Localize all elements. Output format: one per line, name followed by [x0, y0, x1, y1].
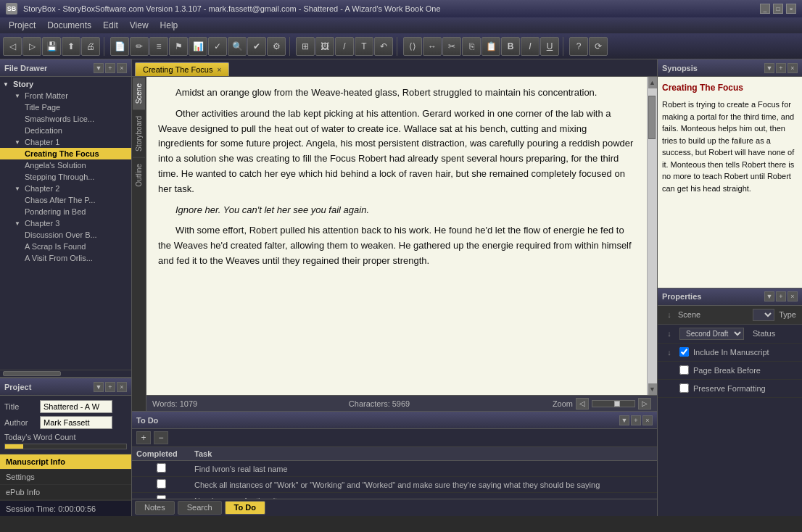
tree-dedication[interactable]: Dedication — [0, 125, 131, 136]
tab-todo[interactable]: To Do — [225, 501, 265, 515]
menu-help[interactable]: Help — [154, 19, 184, 32]
toolbar-flag-btn[interactable]: ⚑ — [169, 37, 188, 56]
side-tab-storyboard[interactable]: Storyboard — [133, 109, 145, 157]
tab-notes[interactable]: Notes — [135, 501, 175, 515]
project-collapse-btn[interactable]: ▼ — [94, 382, 104, 392]
toolbar-doc-btn[interactable]: 📄 — [110, 37, 129, 56]
file-drawer-collapse-btn[interactable]: ▼ — [94, 63, 104, 73]
todo-remove-item-btn[interactable]: − — [154, 431, 168, 444]
tree-angelas-solution[interactable]: Angela's Solution — [0, 159, 131, 171]
toolbar-help-btn[interactable]: ? — [569, 37, 588, 56]
synopsis-content[interactable]: Creating The Focus Robert is trying to c… — [658, 77, 802, 288]
zoom-right-btn[interactable]: ▷ — [638, 398, 651, 410]
toolbar-paste-btn[interactable]: 📋 — [481, 37, 500, 56]
todo-add-btn[interactable]: + — [631, 415, 641, 425]
file-drawer-close-btn[interactable]: × — [117, 63, 127, 73]
toolbar-img-btn[interactable]: 🖼 — [315, 37, 334, 56]
tree-chaos-after[interactable]: Chaos After The P... — [0, 194, 131, 206]
toolbar-undo-btn[interactable]: ↶ — [374, 37, 393, 56]
toolbar-italic-btn[interactable]: I — [521, 37, 540, 56]
toolbar-copy-btn[interactable]: ⎘ — [462, 37, 481, 56]
tree-stepping-through[interactable]: Stepping Through... — [0, 171, 131, 183]
tree-visit[interactable]: A Visit From Orlis... — [0, 252, 131, 264]
scroll-thumb[interactable] — [648, 96, 656, 139]
toolbar-back-btn[interactable]: ◁ — [3, 37, 22, 56]
editor-tab-creating-focus[interactable]: Creating The Focus × — [135, 62, 229, 76]
toolbar-upload-btn[interactable]: ⬆ — [62, 37, 80, 56]
props-status-select[interactable]: Second Draft — [679, 328, 744, 340]
toolbar-tools-btn[interactable]: ⚙ — [267, 37, 286, 56]
todo-add-item-btn[interactable]: + — [136, 431, 151, 444]
zoom-bar[interactable] — [592, 400, 635, 407]
tree-front-matter[interactable]: ▼ Front Matter — [0, 90, 131, 101]
tree-chapter-3[interactable]: ▼ Chapter 3 — [0, 217, 131, 229]
menu-view[interactable]: View — [124, 19, 154, 32]
todo-checkbox-2[interactable] — [157, 479, 166, 489]
tree-chapter-1[interactable]: ▼ Chapter 1 — [0, 136, 131, 148]
todo-collapse-btn[interactable]: ▼ — [619, 415, 629, 425]
tree-discussion[interactable]: Discussion Over B... — [0, 229, 131, 241]
scroll-down-btn[interactable]: ▼ — [648, 383, 657, 395]
tree-smashwords[interactable]: Smashwords Lice... — [0, 113, 131, 125]
synopsis-close-btn[interactable]: × — [787, 63, 798, 73]
toolbar-search-btn[interactable]: 🔍 — [228, 37, 247, 56]
tree-title-page[interactable]: Title Page — [0, 101, 131, 113]
toolbar-check-btn[interactable]: ✓ — [208, 37, 227, 56]
toolbar-line-btn[interactable]: / — [335, 37, 354, 56]
toolbar-chapter-btn[interactable]: ⟨⟩ — [403, 37, 422, 56]
toolbar-list-btn[interactable]: ≡ — [149, 37, 168, 56]
title-input[interactable] — [40, 400, 112, 413]
tab-search[interactable]: Search — [178, 501, 222, 515]
tree-creating-focus[interactable]: Creating The Focus — [0, 148, 131, 159]
author-input[interactable] — [40, 416, 112, 429]
toolbar-underline-btn[interactable]: U — [540, 37, 559, 56]
minimize-button[interactable]: _ — [760, 4, 770, 14]
properties-collapse-btn[interactable]: ▼ — [764, 291, 774, 302]
toolbar-print-btn[interactable]: 🖨 — [81, 37, 100, 56]
toolbar-scene-btn[interactable]: ↔ — [423, 37, 442, 56]
toolbar-grid-btn[interactable]: ⊞ — [296, 37, 315, 56]
menu-edit[interactable]: Edit — [97, 19, 124, 32]
editor-vscroll[interactable]: ▲ ▼ — [647, 77, 657, 395]
file-drawer-add-btn[interactable]: + — [105, 63, 115, 73]
toolbar-pencil-btn[interactable]: ✏ — [130, 37, 149, 56]
props-preserve-checkbox[interactable] — [679, 383, 689, 393]
tree-chapter-2[interactable]: ▼ Chapter 2 — [0, 183, 131, 194]
project-add-btn[interactable]: + — [105, 382, 115, 392]
toolbar-forward-btn[interactable]: ▷ — [22, 37, 41, 56]
nav-settings[interactable]: Settings — [0, 470, 131, 485]
editor-tab-close-icon[interactable]: × — [217, 66, 221, 74]
menu-project[interactable]: Project — [3, 19, 41, 32]
tree-pondering[interactable]: Pondering in Bed — [0, 206, 131, 217]
nav-manuscript-info[interactable]: Manuscript Info — [0, 454, 131, 470]
synopsis-collapse-btn[interactable]: ▼ — [764, 63, 774, 73]
props-include-checkbox[interactable] — [679, 347, 689, 357]
toolbar-cut-btn[interactable]: ✂ — [442, 37, 461, 56]
properties-close-btn[interactable]: × — [787, 291, 798, 302]
todo-checkbox-1[interactable] — [157, 463, 166, 473]
toolbar-chart-btn[interactable]: 📊 — [189, 37, 207, 56]
properties-add-btn[interactable]: + — [776, 291, 786, 302]
todo-close-btn[interactable]: × — [642, 415, 653, 425]
scroll-up-btn[interactable]: ▲ — [648, 77, 657, 88]
side-tab-outline[interactable]: Outline — [133, 157, 145, 193]
props-type-select[interactable] — [753, 309, 774, 321]
nav-epub-info[interactable]: ePub Info — [0, 485, 131, 500]
props-pagebreak-checkbox[interactable] — [679, 365, 689, 375]
menu-documents[interactable]: Documents — [41, 19, 97, 32]
zoom-left-btn[interactable]: ◁ — [576, 398, 589, 410]
toolbar-save-btn[interactable]: 💾 — [42, 37, 61, 56]
tree-scrap[interactable]: A Scrap Is Found — [0, 241, 131, 252]
maximize-button[interactable]: □ — [773, 4, 783, 14]
toolbar-bold-btn[interactable]: B — [501, 37, 520, 56]
close-button[interactable]: × — [786, 4, 796, 14]
toolbar-tick-btn[interactable]: ✔ — [247, 37, 266, 56]
synopsis-add-btn[interactable]: + — [776, 63, 786, 73]
project-close-btn[interactable]: × — [117, 382, 127, 392]
file-drawer-hscroll[interactable] — [0, 370, 131, 377]
toolbar-extra-btn[interactable]: ⟳ — [589, 37, 608, 56]
side-tab-scene[interactable]: Scene — [133, 77, 145, 109]
text-editor[interactable]: Amidst an orange glow from the Weave-hea… — [146, 77, 647, 395]
tree-story-root[interactable]: ▼ Story — [0, 78, 131, 90]
toolbar-T-btn[interactable]: T — [355, 37, 373, 56]
